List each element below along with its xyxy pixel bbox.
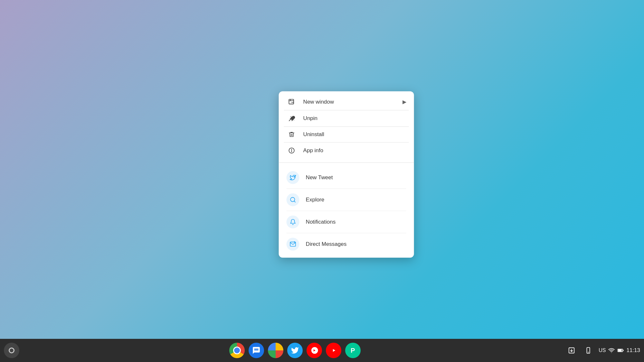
shortcut-direct-messages[interactable]: Direct Messages [279, 233, 414, 255]
battery-icon [617, 347, 624, 354]
bell-icon [290, 218, 296, 225]
explore-circle [287, 193, 299, 206]
svg-line-4 [289, 119, 291, 121]
picsart-icon: P [345, 343, 361, 358]
chrome-icon [229, 343, 245, 358]
taskbar-right: US 11:13 [565, 344, 640, 357]
info-icon [287, 147, 297, 154]
submenu-arrow: ▶ [402, 99, 406, 105]
taskbar: P US [0, 339, 644, 362]
taskbar-app-chrome[interactable] [229, 342, 245, 359]
taskbar-app-youtube-music[interactable] [325, 342, 342, 359]
taskbar-app-youtube[interactable] [306, 342, 323, 359]
svg-rect-0 [289, 99, 294, 104]
new-window-icon [287, 98, 297, 105]
messages-icon [249, 343, 264, 358]
shortcut-notifications-label: Notifications [306, 218, 336, 225]
new-tweet-circle [287, 171, 299, 184]
trash-icon [287, 131, 297, 137]
menu-item-uninstall-label: Uninstall [303, 131, 406, 137]
taskbar-app-twitter[interactable] [287, 342, 303, 359]
launcher-button[interactable] [4, 343, 19, 358]
menu-item-unpin[interactable]: Unpin [279, 110, 414, 126]
menu-section-shortcuts: New Tweet Explore [279, 164, 414, 257]
files-icon [268, 343, 283, 358]
dm-circle [287, 237, 299, 250]
taskbar-download-button[interactable] [565, 344, 578, 357]
shortcut-explore[interactable]: Explore [279, 189, 414, 210]
youtube-icon [307, 343, 322, 358]
menu-item-new-window-label: New window [303, 98, 396, 105]
taskbar-app-messages[interactable] [248, 342, 265, 359]
new-tweet-icon [290, 174, 296, 181]
menu-item-new-window[interactable]: New window ▶ [279, 94, 414, 110]
youtube-music-icon [326, 343, 341, 358]
wifi-icon [608, 347, 615, 354]
shortcut-new-tweet-label: New Tweet [306, 174, 333, 181]
launcher-icon [9, 348, 14, 353]
taskbar-apps: P [24, 342, 565, 359]
menu-item-unpin-label: Unpin [303, 115, 406, 121]
taskbar-app-files[interactable] [267, 342, 284, 359]
taskbar-phone-button[interactable] [582, 344, 595, 357]
shortcut-new-tweet[interactable]: New Tweet [279, 166, 414, 188]
context-menu: New window ▶ Unpin [279, 91, 414, 257]
menu-section-top: New window ▶ Unpin [279, 91, 414, 161]
dm-icon [290, 241, 296, 247]
shortcut-dm-label: Direct Messages [306, 241, 347, 247]
shortcut-explore-label: Explore [306, 196, 325, 203]
menu-item-uninstall[interactable]: Uninstall [279, 126, 414, 142]
svg-rect-23 [618, 349, 622, 351]
svg-line-11 [294, 201, 295, 202]
section-divider [279, 162, 414, 162]
notifications-circle [287, 215, 299, 228]
menu-item-app-info[interactable]: App info [279, 142, 414, 158]
menu-item-app-info-label: App info [303, 147, 406, 153]
twitter-icon [287, 343, 303, 358]
explore-icon [290, 196, 296, 203]
region-label: US [599, 348, 606, 353]
time-display: 11:13 [626, 347, 640, 354]
shortcut-notifications[interactable]: Notifications [279, 211, 414, 233]
taskbar-app-picsart[interactable]: P [345, 342, 361, 359]
taskbar-status[interactable]: US 11:13 [599, 347, 640, 354]
pin-icon [287, 115, 297, 122]
